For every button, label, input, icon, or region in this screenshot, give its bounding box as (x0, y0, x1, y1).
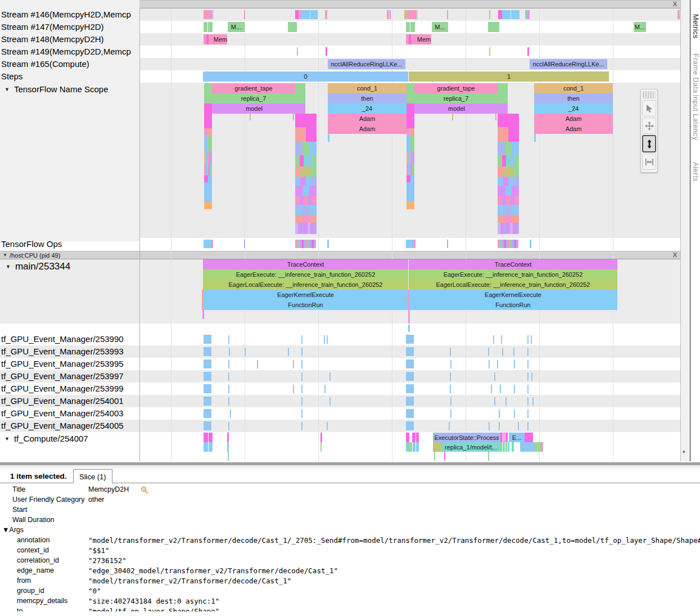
trace-event[interactable] (204, 201, 212, 209)
trace-event[interactable] (498, 205, 519, 215)
cpu-section-header[interactable]: ▼ /host:CPU (pid 49) X (0, 251, 681, 259)
trace-event-m-[interactable]: M... (432, 22, 448, 32)
trace-event[interactable] (450, 360, 451, 368)
trace-event[interactable] (513, 348, 514, 356)
trace-event-then[interactable]: then (328, 93, 407, 104)
trace-event[interactable] (527, 372, 529, 381)
trace-event[interactable] (288, 22, 297, 32)
trace-event[interactable] (498, 83, 508, 93)
trace-event[interactable] (408, 290, 409, 310)
trace-event[interactable] (529, 10, 530, 19)
trace-event[interactable] (301, 335, 302, 344)
trace-event[interactable] (417, 10, 418, 19)
trace-event[interactable] (449, 422, 450, 430)
trace-event[interactable] (407, 128, 414, 135)
trace-event[interactable] (406, 372, 414, 381)
trace-event[interactable] (498, 127, 519, 142)
trace-event[interactable] (204, 372, 211, 381)
trace-event[interactable] (211, 240, 213, 248)
trace-event[interactable] (245, 348, 246, 356)
trace-event[interactable] (407, 83, 414, 93)
panel-splitter[interactable] (0, 461, 700, 469)
trace-event-eagerkernelexecute[interactable]: EagerKernelExecute (409, 290, 617, 300)
trace-event-stack[interactable] (498, 114, 519, 234)
trace-event[interactable] (488, 22, 499, 32)
trace-event[interactable] (204, 104, 212, 114)
close-icon[interactable]: X (673, 251, 677, 258)
trace-event[interactable] (527, 385, 529, 393)
trace-event[interactable] (209, 442, 213, 452)
trace-event[interactable] (244, 240, 245, 248)
trace-event[interactable] (489, 47, 490, 56)
palette-drag-handle-icon[interactable] (643, 91, 656, 98)
trace-event[interactable] (326, 47, 327, 56)
trace-event[interactable] (527, 360, 529, 368)
trace-event[interactable] (406, 433, 409, 442)
trace-event[interactable] (500, 385, 501, 393)
trace-event-stack[interactable] (407, 114, 414, 209)
trace-event[interactable] (541, 442, 543, 452)
trace-event-gradient-tape[interactable]: gradient_tape (212, 83, 295, 93)
trace-event[interactable] (228, 385, 229, 393)
trace-event[interactable] (327, 335, 328, 344)
trace-event[interactable] (503, 442, 505, 452)
trace-event[interactable] (498, 215, 519, 223)
trace-event[interactable] (406, 397, 414, 406)
trace-event[interactable] (301, 360, 302, 368)
trace-event[interactable] (295, 240, 316, 248)
trace-event[interactable] (498, 10, 502, 19)
trace-event[interactable] (407, 164, 414, 176)
magnifier-icon[interactable] (141, 486, 148, 494)
trace-event[interactable] (204, 93, 212, 104)
trace-event-cond-1[interactable]: cond_1 (534, 83, 613, 93)
trace-event[interactable] (505, 397, 507, 406)
trace-event[interactable] (204, 397, 211, 406)
trace-event[interactable] (416, 442, 419, 452)
trace-event-stack[interactable] (295, 114, 317, 234)
trace-event-replica-1-model-t-[interactable]: replica_1/model/t... (441, 442, 500, 452)
trace-event-ncclallreduceringllke-[interactable]: ncclAllReduceRingLLKe... (328, 59, 405, 69)
trace-event[interactable] (498, 196, 519, 205)
timing-tool-button[interactable] (642, 154, 656, 170)
trace-event[interactable] (531, 372, 532, 381)
trace-event[interactable] (295, 114, 317, 127)
trace-event[interactable] (433, 442, 441, 452)
trace-event--24[interactable]: _24 (328, 104, 407, 114)
trace-event[interactable] (204, 135, 212, 152)
trace-event[interactable] (407, 152, 414, 164)
vertical-zoom-tool-button[interactable] (642, 135, 656, 152)
trace-event[interactable] (494, 372, 495, 381)
trace-event[interactable] (498, 223, 519, 234)
trace-event-adam[interactable]: Adam (328, 124, 407, 134)
trace-event[interactable] (409, 442, 412, 452)
trace-event[interactable] (531, 335, 532, 344)
trace-event[interactable] (491, 385, 492, 393)
trace-event[interactable] (534, 442, 541, 452)
trace-event-functionrun[interactable]: FunctionRun (203, 300, 408, 310)
trace-event-then[interactable]: then (534, 93, 613, 104)
label-column-divider[interactable] (139, 8, 140, 461)
trace-event[interactable] (527, 410, 529, 418)
trace-event[interactable] (204, 335, 211, 344)
trace-event[interactable] (408, 10, 417, 19)
trace-event[interactable] (295, 205, 317, 215)
trace-event[interactable] (410, 22, 415, 32)
trace-event[interactable] (327, 422, 328, 430)
trace-event[interactable] (412, 433, 416, 442)
trace-event[interactable] (310, 10, 318, 19)
trace-event-model[interactable]: model (212, 104, 296, 114)
trace-event-eagerlocalexecute-inference-train-function-260252[interactable]: EagerLocalExecute: __inference_train_fun… (409, 280, 617, 290)
trace-event-0[interactable]: 0 (203, 71, 408, 82)
trace-event[interactable] (227, 433, 229, 442)
trace-event[interactable] (227, 442, 229, 452)
trace-event[interactable] (329, 397, 331, 406)
trace-event[interactable] (530, 240, 531, 248)
trace-event[interactable] (228, 397, 229, 406)
trace-event[interactable] (447, 240, 448, 248)
trace-event[interactable] (505, 442, 507, 452)
trace-event[interactable] (414, 240, 416, 248)
trace-event[interactable] (204, 421, 211, 430)
sidebar-tab-input-latency[interactable]: Input Latency (692, 95, 699, 141)
trace-event[interactable] (512, 442, 514, 452)
trace-event[interactable] (202, 290, 204, 310)
